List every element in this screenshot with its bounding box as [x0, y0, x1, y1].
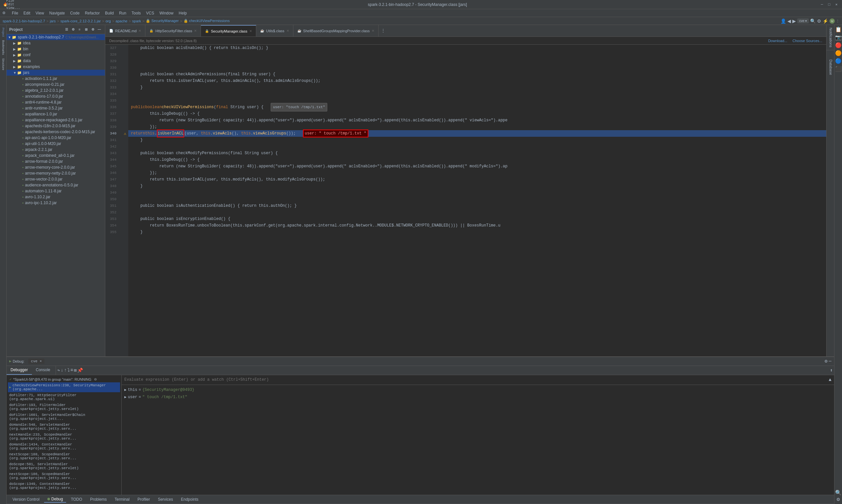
debug-frame-item[interactable]: nextHandle:233, ScopedHandler (org.spark… — [8, 432, 120, 442]
menu-item-tools[interactable]: Tools — [129, 10, 143, 16]
debug-frame-item[interactable]: doFilter:193, FilterHolder (org.sparkpro… — [8, 402, 120, 412]
breadcrumb-apache[interactable]: apache — [115, 19, 127, 23]
tree-item[interactable]: ▶▪apacheds-i18n-2.0.0-M15.jar — [6, 123, 105, 129]
tree-item[interactable]: ▶▪arrow-memory-core-2.0.0.jar — [6, 164, 105, 170]
sidebar-icon-7[interactable]: 🔍 — [835, 489, 842, 496]
bottom-tab-debug[interactable]: Debug — [44, 496, 66, 503]
bookmarks-tool[interactable]: Bookmarks — [1, 39, 5, 56]
tree-item[interactable]: ▼📁jars — [6, 70, 105, 76]
bottom-tab-version-control[interactable]: Version Control — [9, 497, 43, 502]
tree-item[interactable]: ▶▪api-asn1-api-1.0.0-M20.jar — [6, 135, 105, 141]
tree-item[interactable]: ▶▪avro-1.10.2.jar — [6, 194, 105, 200]
tree-item[interactable]: ▶📁conf — [6, 52, 105, 58]
title-bar-controls[interactable]: ─ □ ✕ — [819, 2, 839, 7]
bottom-tab-terminal[interactable]: Terminal — [111, 497, 133, 502]
tree-item[interactable]: ▶📁data — [6, 58, 105, 64]
tree-item[interactable]: ▶📁idea — [6, 40, 105, 46]
tree-root[interactable]: ▼ 📁 spark-3.2.1-bin-hadoop2.7 C:\Users\q… — [6, 34, 105, 40]
watch-item-this[interactable]: ▶ this = {SecurityManager@9493} — [123, 386, 833, 394]
menu-item-window[interactable]: Window — [157, 10, 176, 16]
breadcrumb-actions[interactable]: 👤 ◀ ▶ cve ▾ 🔍 ⚙ ⚡ U ⋮ — [781, 18, 839, 24]
eval-expand-icon[interactable]: ▲ — [829, 377, 831, 382]
tree-item[interactable]: ▶▪aopalliance-1.0.jar — [6, 111, 105, 117]
bottom-tab-todo[interactable]: TODO — [68, 497, 85, 502]
debug-step-out[interactable]: ↑ — [64, 367, 67, 373]
tab-close-btn[interactable]: ✕ — [372, 29, 374, 33]
tree-item[interactable]: ▶▪apacheds-kerberos-codec-2.0.0-M15.jar — [6, 129, 105, 135]
thread-filter-icon[interactable]: ⊝ — [94, 377, 97, 381]
editor-tab[interactable]: ☕ShellBasedGroupsMappingProvider.class✕ — [293, 25, 379, 36]
tree-item[interactable]: ▶▪annotations-17.0.0.jar — [6, 93, 105, 99]
debug-frame-item[interactable]: ▶checkUIViewPermissions:238, SecurityMan… — [8, 382, 120, 392]
breadcrumb-back-icon[interactable]: ◀ — [787, 18, 791, 24]
tab-close-btn[interactable]: ✕ — [139, 29, 141, 33]
choose-sources-link[interactable]: Choose Sources... — [793, 39, 823, 43]
tree-item[interactable]: ▶▪avro-ipc-1.10.2.jar — [6, 200, 105, 206]
bottom-tab-services[interactable]: Services — [155, 497, 176, 502]
tree-item[interactable]: ▶▪arrow-vector-2.0.0.jar — [6, 176, 105, 182]
tab-close-btn[interactable]: ✕ — [249, 29, 252, 33]
tree-item[interactable]: ▶▪arrow-memory-netty-2.0.0.jar — [6, 170, 105, 176]
debug-frame-item[interactable]: doScope:1349, ContextHandler (org.sparkp… — [8, 481, 120, 491]
editor-tab[interactable]: 📄README.md✕ — [105, 25, 145, 36]
sidebar-tool-1[interactable]: ☰ — [64, 26, 69, 33]
breadcrumb-person-icon[interactable]: 👤 — [781, 18, 786, 24]
breadcrumb-forward-icon[interactable]: ▶ — [792, 18, 796, 24]
notifications-panel[interactable]: Notifications — [826, 25, 834, 50]
watch-item-user[interactable]: ▶ user = " touch /tmp/1.txt" — [123, 394, 833, 401]
bottom-tab-profiler[interactable]: Profiler — [134, 497, 153, 502]
download-choose[interactable]: Download... Choose Sources... — [768, 39, 822, 43]
tree-item[interactable]: ▶▪antlr4-runtime-4.8.jar — [6, 99, 105, 105]
sidebar-icon-3[interactable]: 🔴 — [835, 42, 842, 49]
sidebar-tools[interactable]: ☰ ⚙ ≡ ⊞ ⚙ — — [64, 26, 102, 33]
sidebar-tool-4[interactable]: ⊞ — [83, 26, 89, 33]
debug-run-to-cursor[interactable]: ⤵ — [68, 367, 70, 373]
tree-item[interactable]: ▶📁bin — [6, 46, 105, 52]
sidebar-icon-1[interactable]: 📋 — [835, 26, 842, 33]
tree-item[interactable]: ▶▪activation-1.1.1.jar — [6, 76, 105, 82]
debug-frame-item[interactable]: nextScope:186, ScopedHandler (org.sparkp… — [8, 471, 120, 481]
sidebar-icon-8[interactable]: ⚙ — [837, 496, 840, 503]
sidebar-tool-2[interactable]: ⚙ — [70, 26, 76, 33]
editor-tab[interactable]: ☕Utils$.class✕ — [256, 25, 293, 36]
eval-input[interactable] — [124, 377, 826, 382]
menu-item-edit[interactable]: Edit — [21, 10, 33, 16]
minimize-button[interactable]: ─ — [819, 2, 825, 7]
sidebar-close[interactable]: — — [96, 26, 102, 33]
debug-evaluate[interactable]: ≡ — [70, 367, 73, 373]
debug-frame-item[interactable]: doHandle:1434, ContextHandler (org.spark… — [8, 442, 120, 451]
ellipsis-button[interactable]: ⋮ — [836, 19, 839, 23]
debug-step-over[interactable]: ↷ — [57, 367, 60, 373]
sidebar-tool-3[interactable]: ≡ — [77, 26, 83, 33]
tab-more-button[interactable]: ⋮ — [379, 25, 388, 36]
debug-frame-item[interactable]: doFilter:1601, ServletHandler$Chain (org… — [8, 412, 120, 422]
maximize-button[interactable]: □ — [826, 2, 832, 7]
editor-tab[interactable]: 🔒HttpSecurityFilter.class✕ — [145, 25, 201, 36]
debug-frame-controls[interactable]: ⬆ — [829, 366, 834, 375]
tree-item[interactable]: ▶▪aopalliance-repackaged-2.6.1.jar — [6, 117, 105, 123]
tree-item[interactable]: ▶▪audience-annotations-0.5.0.jar — [6, 182, 105, 188]
debug-more[interactable]: ⊞ — [74, 367, 76, 373]
sidebar-gear[interactable]: ⚙ — [90, 26, 96, 33]
user-avatar[interactable]: U — [829, 18, 835, 24]
download-link[interactable]: Download... — [768, 39, 787, 43]
breadcrumb-jars[interactable]: jars — [50, 19, 56, 23]
debug-expand-icon[interactable]: ⬆ — [830, 367, 833, 373]
breadcrumb-org[interactable]: org — [106, 19, 111, 23]
project-tool[interactable]: Project — [1, 26, 5, 38]
tree-item[interactable]: ▶▪arrow-format-2.0.0.jar — [6, 159, 105, 164]
watch-user-arrow[interactable]: ▶ — [124, 395, 127, 399]
breadcrumb-icons[interactable]: 🔍 ⚙ ⚡ — [810, 18, 828, 24]
debug-minimize-icon[interactable]: — — [829, 358, 831, 364]
cve-dropdown[interactable]: cve ▾ — [797, 18, 809, 23]
menu-item-refactor[interactable]: Refactor — [82, 10, 102, 16]
editor-tab[interactable]: 🔒SecurityManager.class✕ — [201, 25, 256, 36]
debug-frame-item[interactable]: doFilter:71, HttpSecurityFilter (org.apa… — [8, 392, 120, 402]
sidebar-icon-6[interactable]: ⬛ — [835, 66, 842, 72]
menu-item-navigate[interactable]: Navigate — [47, 10, 68, 16]
debug-step-into[interactable]: ↓ — [60, 367, 63, 373]
tree-item[interactable]: ▶▪antlr-runtime-3.5.2.jar — [6, 105, 105, 111]
sidebar-icon-2[interactable]: 📷 — [835, 34, 842, 41]
watch-this-arrow[interactable]: ▶ — [124, 388, 127, 392]
bottom-tab-problems[interactable]: Problems — [87, 497, 110, 502]
